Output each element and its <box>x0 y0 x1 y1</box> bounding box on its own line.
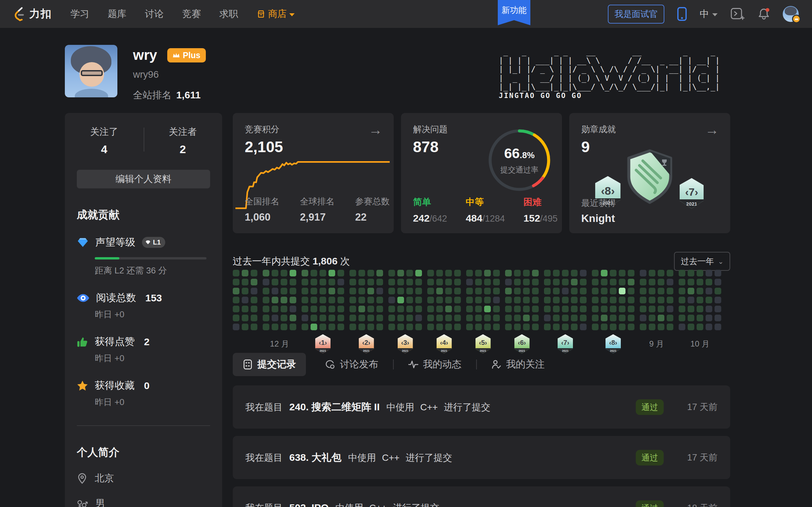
followers-stat[interactable]: 关注者 2 <box>144 126 222 156</box>
heatmap-day-cell <box>272 306 278 312</box>
problem-title[interactable]: 502. IPO <box>289 502 328 507</box>
monthly-contest-badge[interactable]: ‹2›2021 <box>359 334 374 353</box>
heatmap-day-cell <box>388 270 395 276</box>
heatmap-month-group: ‹7›2021 <box>544 270 587 353</box>
heatmap-month-group: ‹3›2021 <box>388 270 422 353</box>
contests-attended: 参赛总数 22 <box>355 196 390 223</box>
stat-value: 22 <box>355 211 390 223</box>
heatmap-day-cell <box>706 306 712 312</box>
submission-mid: 中使用 <box>348 452 376 464</box>
heatmap-week-column <box>251 270 257 330</box>
monthly-contest-badge[interactable]: ‹3›2021 <box>398 334 413 353</box>
nav-item-discuss[interactable]: 讨论 <box>145 8 164 20</box>
heatmap-day-cell <box>592 306 599 312</box>
heatmap-week-column <box>233 270 240 330</box>
nav-item-learn[interactable]: 学习 <box>70 8 89 20</box>
submission-row[interactable]: 我在题目 502. IPO 中使用 C++ 进行了提交 通过 18 天前 <box>233 487 730 507</box>
heatmap-day-cell <box>338 288 344 294</box>
heatmap-day-cell <box>562 288 569 294</box>
notification-bell-icon[interactable] <box>757 7 770 20</box>
stat-value: 2,917 <box>300 211 335 223</box>
nav-item-jobs[interactable]: 求职 <box>219 8 238 20</box>
new-feature-ribbon[interactable]: 新功能 <box>498 0 530 25</box>
heatmap-week-column <box>242 270 248 330</box>
reputation-row: 声望等级 L1 <box>77 235 222 249</box>
heatmap-day-cell <box>397 315 404 321</box>
tab-label: 我的关注 <box>506 358 545 371</box>
following-stat[interactable]: 关注了 4 <box>65 126 144 156</box>
tab-submissions[interactable]: 提交记录 <box>233 353 306 376</box>
heatmap-day-cell <box>263 324 269 330</box>
heatmap-day-cell <box>601 270 608 276</box>
store-label: 商店 <box>268 8 287 20</box>
arrow-right-icon[interactable]: → <box>705 123 719 137</box>
tab-following[interactable]: 我的关注 <box>477 353 559 376</box>
tab-discussions[interactable]: 讨论发布 <box>311 353 393 376</box>
arrow-right-icon[interactable]: → <box>368 123 383 137</box>
heatmap-day-cell <box>427 315 434 321</box>
badge-year: 2021 <box>606 348 621 353</box>
heatmap-week-column <box>571 270 577 330</box>
nav-item-contest[interactable]: 竞赛 <box>182 8 201 20</box>
playground-code-icon[interactable] <box>730 7 745 20</box>
heatmap-day-cell <box>475 315 482 321</box>
heatmap-day-cell <box>610 315 616 321</box>
tab-activity[interactable]: 我的动态 <box>394 353 476 376</box>
user-avatar[interactable] <box>783 6 799 22</box>
heatmap-day-cell <box>505 279 512 285</box>
heatmap-week-column <box>328 270 335 330</box>
submission-row[interactable]: 我在题目 638. 大礼包 中使用 C++ 进行了提交 通过 17 天前 <box>233 436 730 479</box>
heatmap-day-cell <box>376 297 383 303</box>
monthly-contest-badge[interactable]: ‹4›2021 <box>437 334 452 353</box>
heatmap-day-cell <box>281 324 287 330</box>
heatmap-day-cell <box>667 315 673 321</box>
heatmap-week-column <box>358 270 365 330</box>
nav-item-store[interactable]: 商店 <box>257 8 295 20</box>
heatmap-day-cell <box>427 288 434 294</box>
mobile-app-icon[interactable] <box>677 6 687 21</box>
profile-sidebar: 关注了 4 关注者 2 编辑个人资料 成就贡献 声望等级 L1 距离 L2 还需… <box>65 113 222 507</box>
heatmap-day-cell <box>697 306 703 312</box>
heatmap-day-cell <box>544 315 551 321</box>
submission-row[interactable]: 我在题目 240. 搜索二维矩阵 II 中使用 C++ 进行了提交 通过 17 … <box>233 385 730 429</box>
monthly-contest-badge[interactable]: ‹6›2021 <box>514 334 530 353</box>
heatmap-day-cell <box>667 306 673 312</box>
problem-title[interactable]: 240. 搜索二维矩阵 II <box>289 400 380 414</box>
plus-badge[interactable]: Plus <box>167 48 206 62</box>
monthly-contest-badge[interactable]: ‹8›2021 <box>606 334 621 353</box>
edit-profile-button[interactable]: 编辑个人资料 <box>77 170 210 188</box>
language-selector[interactable]: 中 <box>700 8 718 20</box>
heatmap-day-cell <box>553 297 560 303</box>
leetcode-logo[interactable]: 力扣 <box>13 7 52 21</box>
heatmap-day-cell <box>601 324 608 330</box>
nav-item-problems[interactable]: 题库 <box>108 8 126 20</box>
submission-mid: 中使用 <box>335 502 363 507</box>
time-range-selector[interactable]: 过去一年 ⌄ <box>674 252 730 271</box>
heatmap-day-cell <box>290 297 296 303</box>
followers-label: 关注者 <box>144 126 222 138</box>
heatmap-weeks <box>388 270 422 330</box>
monthly-contest-badge[interactable]: ‹1›2021 <box>315 334 331 353</box>
heatmap-day-cell <box>601 279 608 285</box>
heatmap-day-cell <box>475 288 482 294</box>
interviewer-button[interactable]: 我是面试官 <box>608 5 664 23</box>
acceptance-donut: 66.8% 提交通过率 <box>486 127 553 193</box>
heatmap-day-cell <box>580 315 587 321</box>
location-pin-icon <box>77 473 88 484</box>
monthly-contest-badge[interactable]: ‹5›2021 <box>475 334 491 353</box>
profile-avatar[interactable] <box>65 45 117 97</box>
heatmap-day-cell <box>436 306 443 312</box>
heatmap-day-cell <box>406 297 413 303</box>
heatmap-month-label: 10 月 <box>690 334 709 353</box>
heatmap-week-column <box>367 270 374 330</box>
monthly-contest-badge[interactable]: ‹7›2021 <box>558 334 573 353</box>
problem-title[interactable]: 638. 大礼包 <box>289 451 342 464</box>
submission-time: 18 天前 <box>678 502 718 507</box>
heatmap-day-cell <box>319 324 326 330</box>
bio-location-text: 北京 <box>95 472 114 485</box>
heatmap-day-cell <box>628 270 635 276</box>
heatmap-day-cell <box>406 279 413 285</box>
heatmap-day-cell <box>562 306 569 312</box>
store-icon <box>257 10 265 18</box>
pulse-icon <box>408 360 418 369</box>
